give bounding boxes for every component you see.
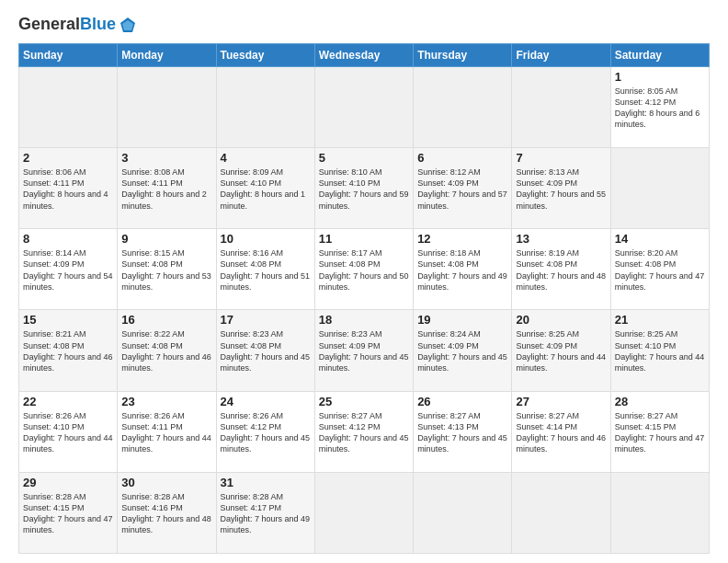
calendar-day-cell: 2 Sunrise: 8:06 AMSunset: 4:11 PMDayligh… [19,148,118,229]
day-of-week-header: Saturday [610,44,709,67]
day-number: 20 [516,313,606,327]
day-number: 25 [319,395,409,408]
day-number: 12 [417,232,507,246]
calendar-day-cell [19,67,118,148]
logo-text: GeneralBlue [18,15,137,34]
day-number: 19 [417,313,507,327]
day-number: 11 [319,232,409,246]
calendar-day-cell: 20 Sunrise: 8:25 AMSunset: 4:09 PMDaylig… [512,310,610,391]
day-of-week-header: Sunday [19,44,118,67]
calendar-week-row: 22 Sunrise: 8:26 AMSunset: 4:10 PMDaylig… [19,391,710,472]
day-info: Sunrise: 8:25 AMSunset: 4:09 PMDaylight:… [516,329,606,372]
calendar-day-cell: 12 Sunrise: 8:18 AMSunset: 4:08 PMDaylig… [414,229,512,310]
day-number: 9 [121,232,211,246]
logo-general: General [18,15,80,34]
calendar-day-cell [118,67,216,148]
calendar-day-cell: 8 Sunrise: 8:14 AMSunset: 4:09 PMDayligh… [19,229,118,310]
day-info: Sunrise: 8:25 AMSunset: 4:10 PMDaylight:… [615,329,705,372]
calendar-day-cell: 11 Sunrise: 8:17 AMSunset: 4:08 PMDaylig… [314,229,413,310]
calendar-page: GeneralBlue SundayMondayTuesdayWednesday… [0,0,728,563]
day-number: 21 [615,313,705,327]
day-info: Sunrise: 8:28 AMSunset: 4:15 PMDaylight:… [23,492,113,534]
calendar-day-cell: 16 Sunrise: 8:22 AMSunset: 4:08 PMDaylig… [118,310,216,391]
day-number: 28 [615,395,705,408]
calendar-day-cell: 19 Sunrise: 8:24 AMSunset: 4:09 PMDaylig… [414,310,512,391]
day-info: Sunrise: 8:27 AMSunset: 4:12 PMDaylight:… [319,411,409,454]
day-info: Sunrise: 8:26 AMSunset: 4:12 PMDaylight:… [221,411,311,454]
calendar-week-row: 2 Sunrise: 8:06 AMSunset: 4:11 PMDayligh… [19,148,710,229]
day-of-week-header: Wednesday [314,44,413,67]
logo-icon [119,16,137,34]
calendar-day-cell: 17 Sunrise: 8:23 AMSunset: 4:08 PMDaylig… [216,310,314,391]
day-info: Sunrise: 8:05 AMSunset: 4:12 PMDaylight:… [615,86,700,129]
day-info: Sunrise: 8:19 AMSunset: 4:08 PMDaylight:… [516,248,606,291]
calendar-day-cell [610,472,709,553]
day-number: 14 [615,232,705,246]
calendar-day-cell: 25 Sunrise: 8:27 AMSunset: 4:12 PMDaylig… [314,391,413,472]
day-number: 27 [516,395,606,408]
day-of-week-header: Friday [512,44,610,67]
day-info: Sunrise: 8:26 AMSunset: 4:11 PMDaylight:… [121,411,211,454]
day-number: 31 [221,476,311,489]
day-info: Sunrise: 8:22 AMSunset: 4:08 PMDaylight:… [121,329,211,372]
calendar-day-cell: 26 Sunrise: 8:27 AMSunset: 4:13 PMDaylig… [414,391,512,472]
day-info: Sunrise: 8:18 AMSunset: 4:08 PMDaylight:… [417,248,507,291]
calendar-day-cell: 7 Sunrise: 8:13 AMSunset: 4:09 PMDayligh… [512,148,610,229]
calendar-day-cell: 31 Sunrise: 8:28 AMSunset: 4:17 PMDaylig… [216,472,314,553]
calendar-day-cell: 27 Sunrise: 8:27 AMSunset: 4:14 PMDaylig… [512,391,610,472]
day-info: Sunrise: 8:20 AMSunset: 4:08 PMDaylight:… [615,248,705,291]
calendar-day-cell [314,67,413,148]
day-info: Sunrise: 8:23 AMSunset: 4:09 PMDaylight:… [319,329,409,372]
day-info: Sunrise: 8:08 AMSunset: 4:11 PMDaylight:… [121,167,207,210]
calendar-day-cell [610,148,709,229]
calendar-header-row: SundayMondayTuesdayWednesdayThursdayFrid… [19,44,710,67]
calendar-week-row: 8 Sunrise: 8:14 AMSunset: 4:09 PMDayligh… [19,229,710,310]
day-number: 30 [121,476,211,489]
calendar-day-cell [414,472,512,553]
calendar-day-cell: 18 Sunrise: 8:23 AMSunset: 4:09 PMDaylig… [314,310,413,391]
day-info: Sunrise: 8:15 AMSunset: 4:08 PMDaylight:… [121,248,211,291]
day-info: Sunrise: 8:27 AMSunset: 4:15 PMDaylight:… [615,411,705,454]
day-number: 13 [516,232,606,246]
day-number: 1 [615,70,705,84]
day-info: Sunrise: 8:17 AMSunset: 4:08 PMDaylight:… [319,248,409,291]
calendar-day-cell: 6 Sunrise: 8:12 AMSunset: 4:09 PMDayligh… [414,148,512,229]
day-info: Sunrise: 8:28 AMSunset: 4:17 PMDaylight:… [221,492,311,534]
calendar-day-cell [314,472,413,553]
day-info: Sunrise: 8:26 AMSunset: 4:10 PMDaylight:… [23,411,113,454]
day-number: 16 [121,313,211,327]
calendar-day-cell: 24 Sunrise: 8:26 AMSunset: 4:12 PMDaylig… [216,391,314,472]
calendar-week-row: 15 Sunrise: 8:21 AMSunset: 4:08 PMDaylig… [19,310,710,391]
day-number: 23 [121,395,211,408]
day-info: Sunrise: 8:12 AMSunset: 4:09 PMDaylight:… [417,167,507,210]
day-number: 7 [516,151,606,165]
day-number: 6 [417,151,507,165]
calendar-week-row: 29 Sunrise: 8:28 AMSunset: 4:15 PMDaylig… [19,472,710,553]
calendar-day-cell: 4 Sunrise: 8:09 AMSunset: 4:10 PMDayligh… [216,148,314,229]
day-info: Sunrise: 8:24 AMSunset: 4:09 PMDaylight:… [417,329,507,372]
calendar-day-cell: 9 Sunrise: 8:15 AMSunset: 4:08 PMDayligh… [118,229,216,310]
day-info: Sunrise: 8:23 AMSunset: 4:08 PMDaylight:… [221,329,311,372]
day-info: Sunrise: 8:21 AMSunset: 4:08 PMDaylight:… [23,329,113,372]
calendar-day-cell: 29 Sunrise: 8:28 AMSunset: 4:15 PMDaylig… [19,472,118,553]
calendar-day-cell: 5 Sunrise: 8:10 AMSunset: 4:10 PMDayligh… [314,148,413,229]
calendar-day-cell: 15 Sunrise: 8:21 AMSunset: 4:08 PMDaylig… [19,310,118,391]
calendar-day-cell: 3 Sunrise: 8:08 AMSunset: 4:11 PMDayligh… [118,148,216,229]
day-number: 8 [23,232,113,246]
day-info: Sunrise: 8:06 AMSunset: 4:11 PMDaylight:… [23,167,108,210]
calendar-day-cell [512,472,610,553]
calendar-day-cell: 10 Sunrise: 8:16 AMSunset: 4:08 PMDaylig… [216,229,314,310]
day-number: 15 [23,313,113,327]
calendar-day-cell: 22 Sunrise: 8:26 AMSunset: 4:10 PMDaylig… [19,391,118,472]
day-number: 2 [23,151,113,165]
calendar-day-cell: 23 Sunrise: 8:26 AMSunset: 4:11 PMDaylig… [118,391,216,472]
calendar-day-cell [512,67,610,148]
day-of-week-header: Thursday [414,44,512,67]
logo-blue: Blue [80,15,116,34]
day-info: Sunrise: 8:27 AMSunset: 4:14 PMDaylight:… [516,411,606,454]
calendar-table: SundayMondayTuesdayWednesdayThursdayFrid… [18,43,710,554]
day-number: 3 [121,151,211,165]
day-info: Sunrise: 8:10 AMSunset: 4:10 PMDaylight:… [319,167,409,210]
day-number: 10 [221,232,311,246]
day-number: 4 [221,151,311,165]
